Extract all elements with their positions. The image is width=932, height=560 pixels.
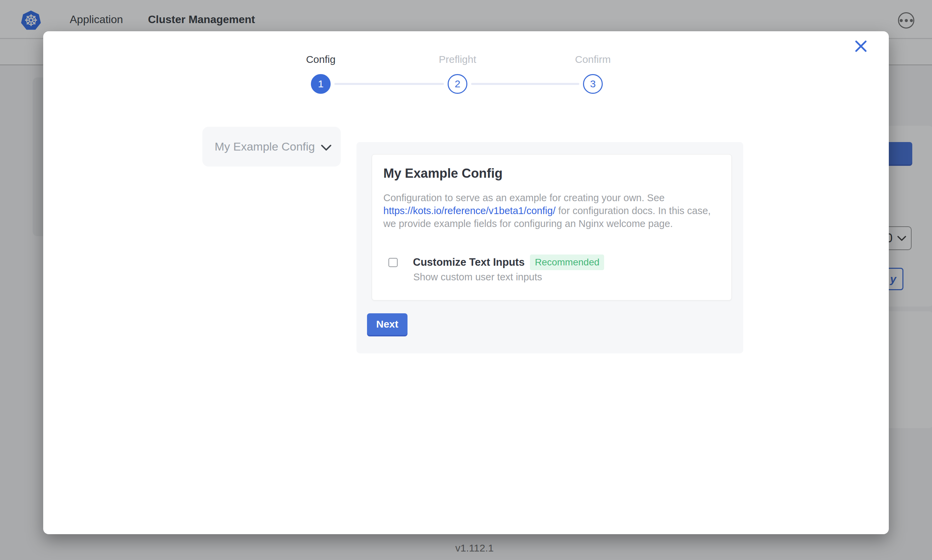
stepper-connector (334, 83, 444, 85)
config-group-dropdown[interactable]: My Example Config (202, 127, 341, 166)
step-label-preflight: Preflight (406, 54, 509, 65)
next-button[interactable]: Next (367, 313, 407, 335)
step-label-config: Config (270, 54, 372, 65)
checkbox-help-text: Show custom user text inputs (413, 271, 542, 283)
config-group-description: Configuration to serve as an example for… (383, 191, 722, 230)
step-label-confirm: Confirm (542, 54, 644, 65)
config-wizard-modal: Config Preflight Confirm 1 2 3 My Exampl… (43, 31, 889, 534)
config-docs-link[interactable]: https://kots.io/reference/v1beta1/config… (383, 205, 555, 216)
config-group-label: My Example Config (214, 140, 315, 153)
step-circle-2[interactable]: 2 (447, 74, 468, 94)
config-group-card: My Example Config Configuration to serve… (372, 154, 731, 300)
checkbox-row: Customize Text Inputs Recommended (389, 254, 604, 270)
recommended-badge: Recommended (530, 254, 604, 270)
close-icon[interactable] (854, 39, 868, 53)
step-circle-3[interactable]: 3 (583, 74, 603, 94)
chevron-down-icon (320, 144, 332, 152)
stepper-connector (471, 83, 579, 85)
config-panel: My Example Config Configuration to serve… (356, 142, 743, 354)
config-group-title: My Example Config (383, 166, 503, 181)
customize-text-inputs-checkbox[interactable] (389, 258, 398, 267)
checkbox-label[interactable]: Customize Text Inputs (413, 256, 525, 268)
step-circle-1[interactable]: 1 (311, 74, 331, 94)
